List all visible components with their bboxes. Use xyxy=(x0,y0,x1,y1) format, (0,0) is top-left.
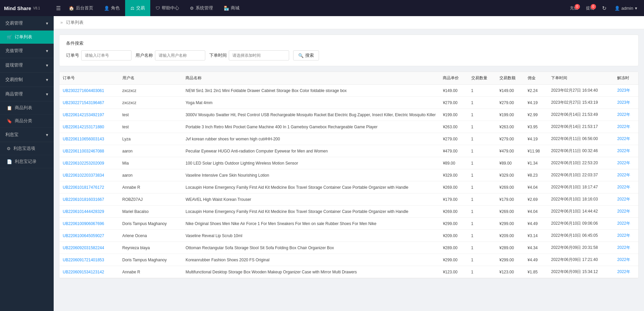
cell-commission-8: ¥4.04 xyxy=(524,181,548,193)
cell-order-time-12: 2022年06月10日 06:45:05 xyxy=(548,230,614,242)
cell-commission-7: ¥8.23 xyxy=(524,169,548,181)
cell-action-15[interactable]: 2022年 xyxy=(614,266,638,278)
table-row: UB2206101816031667 ROBZ07AJ WEAVEL High … xyxy=(59,193,638,206)
cell-product-name-7: Vaseline Intensive Care Skin Nourishing … xyxy=(182,169,439,181)
sidebar-chevron-withdraw: ▾ xyxy=(46,63,48,68)
username-field: 用户名称 xyxy=(136,50,205,60)
sidebar-group-label-interest: 利息宝 xyxy=(5,132,18,138)
order-no-input[interactable] xyxy=(81,50,131,60)
cell-action-6[interactable]: 2022年 xyxy=(614,157,638,169)
cell-action-8[interactable]: 2022年 xyxy=(614,181,638,193)
cell-order-time-4: 2022年06月11日 06:56:00 xyxy=(548,133,614,145)
table-row: UB2206101444428329 Mariel Bacalso Locaup… xyxy=(59,206,638,218)
cell-order-time-0: 2023年02月27日 16:04:40 xyxy=(548,85,614,97)
cell-quantity-9: 1 xyxy=(468,193,496,206)
cell-action-14[interactable]: 2022年 xyxy=(614,254,638,266)
col-quantity: 交易数量 xyxy=(468,72,496,85)
cell-action-1[interactable]: 2023年 xyxy=(614,97,638,109)
cell-order-time-5: 2022年06月11日 00:32:46 xyxy=(548,145,614,157)
cell-action-5[interactable]: 2022年 xyxy=(614,145,638,157)
menu-toggle-icon[interactable] xyxy=(56,5,61,11)
cell-product-name-5: Peculiar Eyewear HUGO Anti-radiation Com… xyxy=(182,145,439,157)
sidebar: 交易管理 ▾ 🛒 订单列表 充值管理 ▾ 提现管理 ▾ 交易控制 ▾ 商品管理 … xyxy=(0,16,54,311)
admin-icon: 👤 xyxy=(614,6,620,11)
cell-commission-6: ¥1.34 xyxy=(524,157,548,169)
cell-unit-price-0: ¥149.00 xyxy=(439,85,468,97)
cell-unit-price-3: ¥263.00 xyxy=(439,121,468,133)
cell-amount-14: ¥299.00 xyxy=(496,254,524,266)
order-no-field: 订单号 xyxy=(66,50,131,60)
cell-action-10[interactable]: 2022年 xyxy=(614,206,638,218)
cell-order-no-12: UB2206100645059027 xyxy=(59,230,119,242)
sidebar-chevron-trade: ▾ xyxy=(46,21,48,26)
sidebar-item-goods-list[interactable]: 📋 商品列表 xyxy=(0,101,54,115)
sidebar-group-withdraw-management[interactable]: 提现管理 ▾ xyxy=(0,58,54,73)
cell-username-14: Doris Tampus Maghanoy xyxy=(119,254,182,266)
order-time-input[interactable] xyxy=(229,50,289,60)
cell-action-2[interactable]: 2022年 xyxy=(614,109,638,121)
nav-item-shop[interactable]: 🏪 商城 xyxy=(218,0,245,16)
sidebar-item-interest-log[interactable]: 📄 利息宝记录 xyxy=(0,155,54,168)
nav-item-dashboard[interactable]: 🏠 后台首页 xyxy=(63,0,99,16)
cell-order-no-1: UB2302271543196467 xyxy=(59,97,119,109)
cell-quantity-2: 1 xyxy=(468,109,496,121)
sidebar-item-interest-options[interactable]: ⚙ 利息宝选项 xyxy=(0,142,54,155)
cell-unit-price-8: ¥269.00 xyxy=(439,181,468,193)
cell-commission-15: ¥1.85 xyxy=(524,266,548,278)
cell-product-name-11: Nike Original Shoes Men Nike Air Force 1… xyxy=(182,218,439,230)
cell-product-name-9: WEAVEL High Waist Korean Trouser xyxy=(182,193,439,206)
nav-item-system[interactable]: ⚙ 系统管理 xyxy=(184,0,218,16)
col-amount: 交易数额 xyxy=(496,72,524,85)
cell-commission-4: ¥4.19 xyxy=(524,133,548,145)
cell-order-no-14: UB2206091721401853 xyxy=(59,254,119,266)
cell-action-3[interactable]: 2022年 xyxy=(614,121,638,133)
sidebar-group-trade-control[interactable]: 交易控制 ▾ xyxy=(0,73,54,87)
cell-order-time-14: 2022年06月09日 17:21:40 xyxy=(548,254,614,266)
recharge-button[interactable]: 0 充值 xyxy=(567,5,581,11)
cell-commission-12: ¥3.14 xyxy=(524,230,548,242)
withdraw-button[interactable]: 0 提现 xyxy=(583,5,597,11)
top-nav-menu: 🏠 后台首页 👤 角色 ⚖ 交易 🛡 帮助中心 ⚙ 系统管理 🏪 商城 xyxy=(63,0,567,16)
sidebar-chevron-goods: ▾ xyxy=(46,92,48,97)
cell-action-7[interactable]: 2022年 xyxy=(614,169,638,181)
cell-username-12: Arlene Ocena xyxy=(119,230,182,242)
sidebar-item-order-list[interactable]: 🛒 订单列表 xyxy=(0,31,54,44)
cell-action-13[interactable]: 2022年 xyxy=(614,242,638,254)
cell-action-0[interactable]: 2023年 xyxy=(614,85,638,97)
sidebar-item-goods-category[interactable]: 🔖 商品分类 xyxy=(0,115,54,128)
cell-order-time-2: 2022年06月14日 21:53:49 xyxy=(548,109,614,121)
breadcrumb-separator: » xyxy=(60,20,63,25)
cell-unit-price-15: ¥123.00 xyxy=(439,266,468,278)
col-product-name: 商品名称 xyxy=(182,72,439,85)
nav-item-help[interactable]: 🛡 帮助中心 xyxy=(150,0,184,16)
table-row: UB2206100906067696 Doris Tampus Maghanoy… xyxy=(59,218,638,230)
username-input[interactable] xyxy=(155,50,205,60)
cell-action-4[interactable]: 2022年 xyxy=(614,133,638,145)
nav-item-trade[interactable]: ⚖ 交易 xyxy=(125,0,150,16)
sidebar-group-goods-management[interactable]: 商品管理 ▾ xyxy=(0,87,54,101)
refresh-icon[interactable]: ↻ xyxy=(599,5,609,11)
sidebar-group-interest[interactable]: 利息宝 ▾ xyxy=(0,128,54,142)
top-navigation: Mind Share V8.1 🏠 后台首页 👤 角色 ⚖ 交易 🛡 帮助中心 … xyxy=(0,0,644,16)
nav-icon-dashboard: 🏠 xyxy=(69,6,74,11)
cell-username-10: Mariel Bacalso xyxy=(119,206,182,218)
table-row: UB2206101817476172 Annabe R Locaupin Hom… xyxy=(59,181,638,193)
sidebar-group-charge-management[interactable]: 充值管理 ▾ xyxy=(0,44,54,58)
cell-action-9[interactable]: 2022年 xyxy=(614,193,638,206)
sidebar-group-trade-management[interactable]: 交易管理 ▾ xyxy=(0,16,54,31)
cell-order-no-15: UB2206091534123142 xyxy=(59,266,119,278)
cell-quantity-6: 1 xyxy=(468,157,496,169)
nav-icon-help: 🛡 xyxy=(156,6,160,11)
nav-item-role[interactable]: 👤 角色 xyxy=(99,0,125,16)
table-row: UB2206091534123142 Annabe R Multifunctio… xyxy=(59,266,638,278)
cell-order-time-6: 2022年06月10日 22:53:20 xyxy=(548,157,614,169)
table-row: UB2206110656003143 Lyza Jvf korean rubbe… xyxy=(59,133,638,145)
cell-action-12[interactable]: 2022年 xyxy=(614,230,638,242)
search-box: 条件搜索 订单号 用户名称 下单时间 🔍 xyxy=(59,35,639,66)
search-button[interactable]: 🔍 搜索 xyxy=(293,50,319,60)
cell-action-11[interactable]: 2022年 xyxy=(614,218,638,230)
cell-quantity-10: 1 xyxy=(468,206,496,218)
cell-order-no-5: UB2206110032467088 xyxy=(59,145,119,157)
cell-username-5: aaron xyxy=(119,145,182,157)
admin-menu[interactable]: 👤 admin ▾ xyxy=(612,6,640,11)
